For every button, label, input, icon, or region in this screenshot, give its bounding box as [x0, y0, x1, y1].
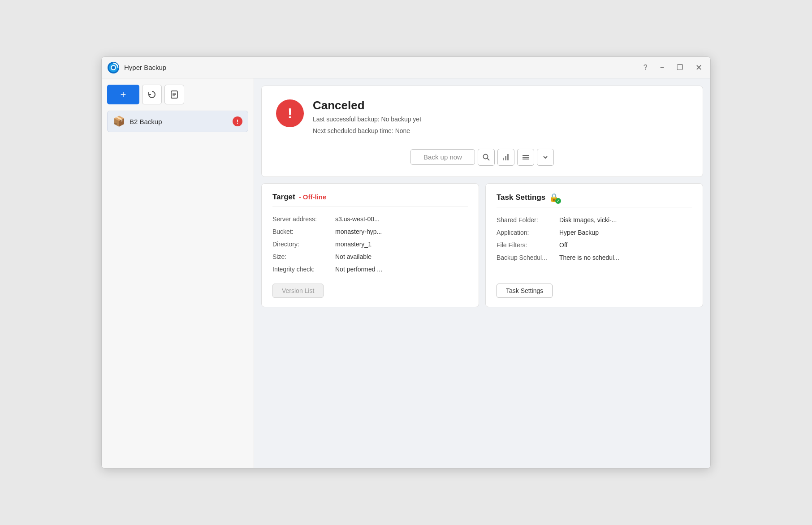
row-label: Directory: — [272, 238, 335, 250]
row-value: Hyper Backup — [559, 226, 692, 239]
details-row: Target - Off-line Server address: s3.us-… — [261, 183, 703, 307]
svg-line-9 — [487, 158, 489, 160]
row-value: monastery-hyp... — [335, 225, 468, 238]
task-settings-table: Shared Folder: Disk Images, vicki-... Ap… — [497, 214, 692, 264]
row-value: Not performed ... — [335, 263, 468, 275]
help-button[interactable]: ? — [641, 63, 650, 73]
target-table: Server address: s3.us-west-00... Bucket:… — [272, 213, 468, 275]
table-row: Bucket: monastery-hyp... — [272, 225, 468, 238]
dropdown-button[interactable] — [537, 149, 554, 166]
table-row: Backup Schedul... There is no schedul... — [497, 251, 692, 264]
version-list-button[interactable]: Version List — [272, 284, 324, 298]
row-label: Server address: — [272, 213, 335, 225]
menu-icon — [522, 153, 530, 161]
table-row: Shared Folder: Disk Images, vicki-... — [497, 214, 692, 226]
backup-item-b2[interactable]: 📦 B2 Backup ! — [107, 111, 248, 132]
backup-item-status: ! — [233, 116, 242, 126]
main-layout: + 📦 B2 Bac — [102, 78, 710, 468]
task-settings-card-footer: Task Settings — [497, 275, 692, 298]
last-backup-line: Last successful backup: No backup yet — [313, 114, 421, 124]
row-label: File Filters: — [497, 239, 559, 251]
restore-button[interactable] — [142, 85, 162, 104]
row-label: Bucket: — [272, 225, 335, 238]
row-label: Shared Folder: — [497, 214, 559, 226]
minimize-button[interactable]: − — [657, 63, 667, 73]
svg-point-3 — [112, 66, 115, 69]
task-settings-button[interactable]: Task Settings — [497, 284, 553, 298]
add-backup-button[interactable]: + — [107, 85, 139, 104]
app-title: Hyper Backup — [124, 64, 166, 71]
restore-button[interactable]: ❐ — [674, 62, 686, 73]
task-settings-label: Task Settings — [497, 193, 545, 202]
title-bar: Hyper Backup ? − ❐ ✕ — [102, 57, 710, 78]
table-row: Directory: monastery_1 — [272, 238, 468, 250]
back-up-now-button[interactable]: Back up now — [410, 149, 475, 165]
row-label: Size: — [272, 250, 335, 263]
statistics-icon — [502, 153, 510, 161]
task-settings-card-header: Task Settings 🔒 ✓ — [497, 193, 692, 207]
table-row: File Filters: Off — [497, 239, 692, 251]
log-button[interactable] — [164, 85, 184, 104]
target-card: Target - Off-line Server address: s3.us-… — [261, 183, 479, 307]
svg-rect-12 — [507, 154, 509, 160]
backup-item-label: B2 Backup — [130, 118, 228, 125]
app-window: Hyper Backup ? − ❐ ✕ + — [101, 56, 711, 469]
content-area: ! Canceled Last successful backup: No ba… — [254, 78, 710, 468]
status-text: Canceled Last successful backup: No back… — [313, 99, 421, 136]
target-label: Target — [272, 193, 295, 202]
svg-point-8 — [483, 154, 488, 159]
table-row: Application: Hyper Backup — [497, 226, 692, 239]
table-row: Integrity check: Not performed ... — [272, 263, 468, 275]
row-label: Application: — [497, 226, 559, 239]
row-value: Off — [559, 239, 692, 251]
status-icon: ! — [276, 99, 304, 127]
status-title: Canceled — [313, 99, 421, 112]
search-restore-icon — [482, 153, 490, 161]
row-value: monastery_1 — [335, 238, 468, 250]
row-label: Backup Schedul... — [497, 251, 559, 264]
row-value: Not available — [335, 250, 468, 263]
sidebar-toolbar: + — [107, 85, 248, 104]
app-icon — [107, 61, 120, 74]
statistics-button[interactable] — [497, 149, 514, 166]
target-card-footer: Version List — [272, 275, 468, 298]
chevron-down-icon — [543, 155, 548, 160]
status-actions: Back up now — [276, 149, 688, 166]
status-header: ! Canceled Last successful backup: No ba… — [276, 99, 688, 136]
restore-icon — [147, 90, 156, 99]
svg-rect-10 — [503, 158, 504, 160]
next-backup-line: Next scheduled backup time: None — [313, 126, 421, 136]
close-button[interactable]: ✕ — [693, 62, 705, 73]
menu-button[interactable] — [517, 149, 534, 166]
table-row: Size: Not available — [272, 250, 468, 263]
row-value: s3.us-west-00... — [335, 213, 468, 225]
row-value: Disk Images, vicki-... — [559, 214, 692, 226]
offline-badge: - Off-line — [299, 193, 327, 201]
sidebar: + 📦 B2 Bac — [102, 78, 254, 468]
log-icon — [170, 90, 178, 99]
title-bar-left: Hyper Backup — [107, 61, 166, 74]
status-card: ! Canceled Last successful backup: No ba… — [261, 86, 703, 177]
target-card-header: Target - Off-line — [272, 193, 468, 207]
task-settings-card: Task Settings 🔒 ✓ Shared Folder: Disk Im… — [485, 183, 703, 307]
svg-rect-11 — [505, 156, 506, 160]
browse-backup-button[interactable] — [478, 149, 495, 166]
row-value: There is no schedul... — [559, 251, 692, 264]
title-bar-controls: ? − ❐ ✕ — [641, 62, 705, 73]
row-label: Integrity check: — [272, 263, 335, 275]
lock-ok-icon: 🔒 ✓ — [549, 193, 559, 202]
check-badge: ✓ — [555, 198, 561, 204]
backup-item-icon: 📦 — [113, 116, 125, 127]
table-row: Server address: s3.us-west-00... — [272, 213, 468, 225]
